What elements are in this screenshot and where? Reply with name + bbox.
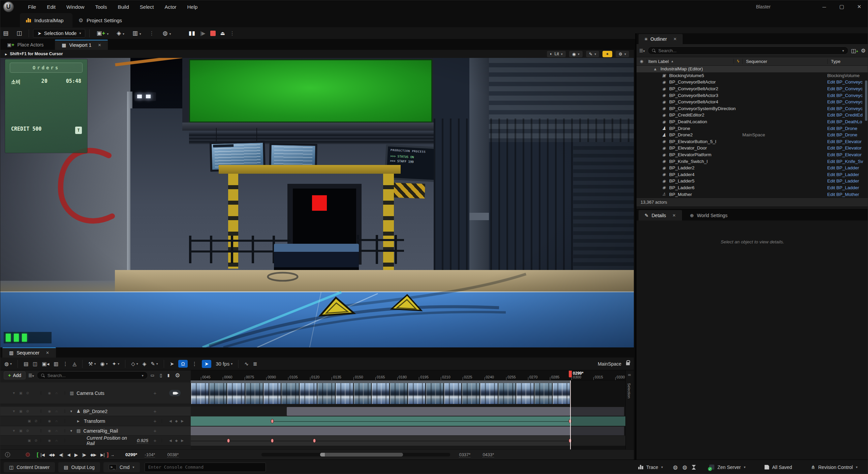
close-icon[interactable]: ✕ (98, 43, 101, 47)
trace-dropdown[interactable]: Trace▾ (633, 462, 668, 472)
camera-cut-thumbnail[interactable] (390, 383, 407, 404)
camera-cut-thumbnail[interactable] (281, 383, 299, 404)
to-front-button[interactable]: |◀ (38, 452, 46, 457)
record-button[interactable] (26, 452, 30, 457)
audio-icon[interactable]: ∩ (55, 409, 58, 413)
stats-icon[interactable]: ◍ (682, 464, 687, 470)
camera-cut-thumbnail[interactable] (300, 383, 317, 404)
camera-cut-lock-icon[interactable]: ➤ (170, 361, 174, 367)
outliner-settings-gear-icon[interactable]: ⚙ (861, 47, 866, 54)
scrollbar-handle[interactable] (320, 453, 325, 456)
camera-cut-thumbnail[interactable] (534, 383, 552, 404)
expander-icon[interactable]: ▼ (70, 410, 74, 413)
keyframe[interactable] (271, 419, 274, 424)
lane-camerarig[interactable] (191, 426, 625, 436)
outliner-row[interactable]: ▲IndustralMap (Editor) (637, 66, 868, 72)
fps-dropdown[interactable]: 30 fps ▾ (216, 361, 232, 367)
audio-icon[interactable]: ∩ (55, 419, 58, 423)
unreal-logo-icon[interactable]: U (3, 1, 14, 12)
eject-button[interactable]: ⏏ (220, 30, 225, 36)
edit-blueprint-link[interactable]: Edit BP_Ladder (827, 165, 868, 170)
column-sequencer[interactable]: Sequencer (742, 59, 827, 64)
outliner-row[interactable]: ◉BP_Elevator_DoorEdit BP_Elevator (637, 145, 868, 151)
camerarig-section[interactable] (191, 427, 570, 435)
outliner-row[interactable]: ◉BP_Ladder4Edit BP_Ladder (637, 171, 868, 178)
menu-tools[interactable]: Tools (90, 3, 112, 11)
camera-cut-thumbnail[interactable] (227, 383, 245, 404)
platforms-dropdown[interactable]: ◍ ▾ (160, 29, 174, 37)
play-options-icon[interactable]: ⋮ (230, 30, 235, 36)
drone2-section[interactable] (287, 407, 570, 416)
stop-button[interactable] (210, 31, 216, 36)
camera-cut-thumbnail[interactable] (209, 383, 227, 404)
add-actor-dropdown[interactable]: ▣+ ▾ (94, 29, 111, 37)
next-key-icon[interactable]: ▶ (181, 439, 184, 442)
all-saved-button[interactable]: All Saved (759, 462, 798, 472)
playback-options-dropdown[interactable]: ✦ ▾ (112, 361, 120, 367)
view-out-field[interactable]: 0337* (459, 452, 470, 458)
edit-blueprint-link[interactable]: Edit BP_Elevator (827, 145, 868, 150)
edit-mode-dropdown[interactable]: ✎ ▾ (151, 361, 158, 367)
hourglass-icon[interactable] (692, 465, 696, 470)
keyframe[interactable] (313, 439, 316, 443)
menu-select[interactable]: Select (135, 3, 159, 11)
mute-icon[interactable]: ⊘ (26, 409, 29, 413)
tab-world-settings[interactable]: ⊕ World Settings (684, 210, 734, 221)
to-end-button[interactable]: ▶| (98, 452, 106, 457)
solo-eye-icon[interactable]: ◉ (48, 391, 51, 395)
track-settings-gear-icon[interactable]: ⚙ (172, 371, 183, 380)
camera-cut-thumbnail[interactable] (317, 383, 335, 404)
pin-icon[interactable]: ▼ (12, 409, 16, 413)
keyframe-options-dropdown[interactable]: ◇ ▾ (131, 361, 138, 367)
edit-blueprint-link[interactable]: Edit BP_Conveyc (827, 106, 868, 111)
outliner-row[interactable]: ♟BP_DroneEdit BP_Drone (637, 125, 868, 132)
filter-icon[interactable]: ☰▾ (26, 372, 37, 379)
solo-eye-icon[interactable]: ◉ (48, 439, 51, 442)
outliner-search-input[interactable]: Search... ▾ (648, 46, 848, 55)
add-section-icon[interactable]: + (148, 408, 162, 414)
menu-edit[interactable]: Edit (42, 3, 60, 11)
current-frame-display[interactable]: 0299* (125, 452, 137, 457)
actions-icon[interactable]: ◬ (72, 361, 76, 367)
camera-cut-thumbnail[interactable] (426, 383, 443, 404)
outliner-row[interactable]: ▣BlockingVolume5BlockingVolume (637, 72, 868, 79)
column-item-label[interactable]: Item Label▲ (647, 59, 734, 64)
mute-icon[interactable]: ⊘ (35, 439, 37, 442)
play-button[interactable]: ▶ (72, 452, 80, 458)
wrench-dropdown[interactable]: ⚒ ▾ (88, 361, 96, 367)
lane-transform[interactable] (191, 416, 625, 426)
auto-key-icon[interactable]: ◈ (143, 361, 147, 367)
timeline-ruler[interactable]: 0045006000750090010501200135015001650180… (191, 370, 625, 380)
mute-icon[interactable]: ⊘ (35, 419, 37, 423)
track-size-large-icon[interactable]: ▮ (165, 372, 173, 378)
edit-blueprint-link[interactable]: Edit BP_Ladder (827, 185, 868, 190)
pin-icon[interactable]: ▼ (12, 429, 16, 433)
close-button[interactable]: ✕ (855, 4, 864, 10)
frame-skip-button[interactable]: |▶ (200, 30, 205, 36)
expander-icon[interactable]: ▶ (77, 419, 81, 423)
more-options-icon[interactable]: ⋮ (63, 361, 68, 367)
output-log-button[interactable]: ▤ Output Log (58, 462, 100, 472)
close-icon[interactable]: ✕ (673, 37, 677, 41)
snap-magnet-toggle[interactable]: Ω (178, 360, 187, 368)
camera-cut-thumbnail[interactable] (264, 383, 281, 404)
view-mode-dropdown[interactable]: ◐ Lit ▾ (547, 51, 566, 57)
filter-icon[interactable]: ☰▾ (639, 48, 645, 53)
camera-cut-thumbnail[interactable] (498, 383, 516, 404)
sequencer-search-input[interactable]: Search... ▾ (37, 371, 148, 379)
outliner-row[interactable]: ◉BP_DeathLocationEdit BP_DeathLo (637, 118, 868, 125)
edit-blueprint-link[interactable]: Edit BP_Elevator (827, 152, 868, 157)
snap-options-icon[interactable]: ⋮ (192, 361, 197, 367)
info-icon[interactable]: i (5, 452, 10, 457)
step-back-button[interactable]: ◀| (57, 452, 65, 457)
selection-side-strip[interactable]: ⚌ Selection (625, 370, 634, 449)
expander-icon[interactable]: ▼ (70, 429, 74, 433)
add-key-icon[interactable]: + (148, 418, 162, 424)
camera-cut-thumbnail[interactable] (191, 383, 209, 404)
edit-blueprint-link[interactable]: Edit BP_Conveyc (827, 93, 868, 98)
selection-mode-dropdown[interactable]: ➤ Selection Mode ▾ (33, 29, 85, 38)
add-track-button[interactable]: + Add (4, 371, 26, 379)
new-folder-icon[interactable]: ◫+ (851, 47, 858, 54)
track-camerarig-rail[interactable]: ▼▣⊘ ◉∩ ▼▤CameraRig_Rail + (0, 426, 191, 436)
edit-blueprint-link[interactable]: Edit BP_CreditEd (827, 112, 868, 117)
